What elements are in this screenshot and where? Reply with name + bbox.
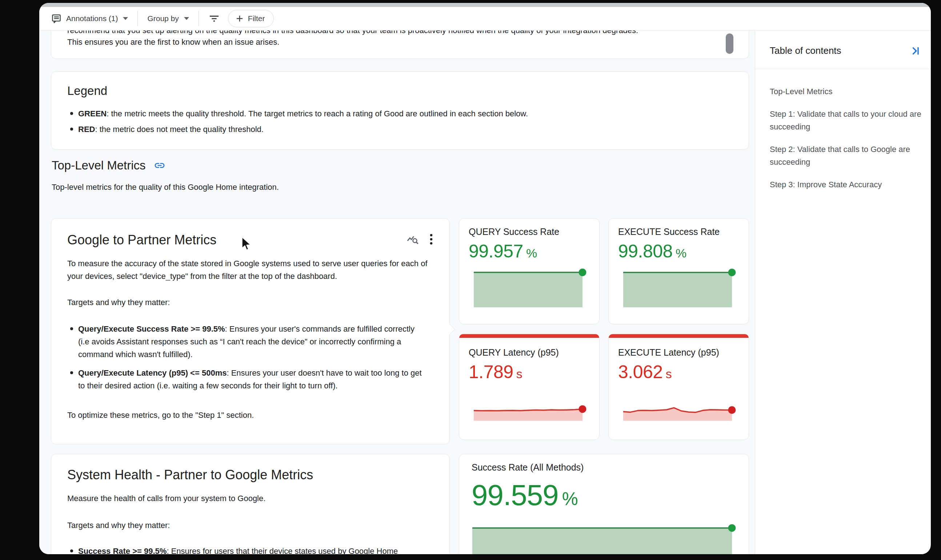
metric-value: 1.789s <box>469 362 590 383</box>
link-icon[interactable] <box>154 160 165 171</box>
target-bullet: Query/Execute Latency (p95) <= 500ms: En… <box>67 366 426 392</box>
legend-bullet-green: GREEN: the metric meets the quality thre… <box>67 107 733 120</box>
window-top-edge <box>39 3 931 7</box>
scrollbar-thumb[interactable] <box>726 34 733 54</box>
dashboard-content: recommend that you set up alerting on th… <box>39 31 755 554</box>
metric-value: 99.808% <box>618 241 739 262</box>
card-paragraph: To measure the accuracy of the state sto… <box>67 257 431 283</box>
chevron-down-icon <box>184 17 189 20</box>
metric-label: EXECUTE Success Rate <box>618 226 739 237</box>
card-pointer <box>444 324 455 335</box>
success-rate-all-methods-card: Success Rate (All Methods) 99.559% <box>459 454 749 554</box>
toc-item-step-1[interactable]: Step 1: Validate that calls to your clou… <box>770 108 922 133</box>
annotations-label: Annotations (1) <box>66 14 118 23</box>
explore-chart-icon[interactable] <box>406 233 419 245</box>
legend-title: Legend <box>67 84 733 98</box>
bullet-dot <box>70 549 73 552</box>
sparkline-chart <box>474 402 583 421</box>
targets-label: Targets and why they matter: <box>67 521 434 530</box>
section-title: Top-Level Metrics <box>52 158 146 172</box>
filter-list-icon[interactable] <box>208 13 220 25</box>
dashboard-window: Annotations (1) Group by Filter <box>39 3 931 554</box>
sparkline-chart <box>623 272 732 307</box>
sparkline-chart <box>474 272 583 307</box>
metric-label: QUERY Latency (p95) <box>469 347 590 358</box>
more-options-icon[interactable] <box>429 233 434 245</box>
bullet-dot <box>70 371 73 374</box>
threshold-alert-bar <box>609 334 749 338</box>
google-to-partner-card: Google to Partner Metrics <box>51 218 450 445</box>
chevron-down-icon <box>123 17 128 20</box>
sparkline-chart <box>472 528 732 554</box>
filter-button-label: Filter <box>248 14 265 23</box>
target-bullet: Query/Execute Success Rate >= 99.5%: Ens… <box>67 323 426 361</box>
query-latency-card: QUERY Latency (p95) 1.789s <box>459 334 600 440</box>
annotations-button[interactable]: Annotations (1) <box>51 13 128 24</box>
toc-title: Table of contents <box>770 45 841 56</box>
section-subtitle: Top-level metrics for the quality of thi… <box>52 183 279 192</box>
intro-text: This ensures you are the first to know w… <box>67 37 733 47</box>
card-paragraph: Measure the health of calls from your sy… <box>67 492 431 505</box>
threshold-alert-bar <box>459 334 599 338</box>
clipped-text-line: recommend that you set up alerting on th… <box>67 31 733 36</box>
collapse-panel-icon[interactable] <box>910 45 921 56</box>
query-success-rate-card: QUERY Success Rate 99.957% <box>459 218 600 325</box>
legend-bullet-red: RED: the metric does not meet the qualit… <box>67 123 733 135</box>
bullet-dot <box>70 327 73 330</box>
execute-latency-card: EXECUTE Latency (p95) 3.062s <box>608 334 749 440</box>
bullet-dot <box>70 112 73 115</box>
table-of-contents-panel: Table of contents Top-Level Metrics Step… <box>755 31 930 554</box>
metric-label: EXECUTE Latency (p95) <box>618 347 739 358</box>
group-by-button[interactable]: Group by <box>147 14 189 23</box>
plus-icon <box>235 14 244 23</box>
toc-item-top-level-metrics[interactable]: Top-Level Metrics <box>770 85 922 98</box>
legend-card: Legend GREEN: the metric meets the quali… <box>51 71 749 150</box>
add-filter-button[interactable]: Filter <box>228 10 274 27</box>
card-title: Google to Partner Metrics <box>67 232 216 248</box>
toolbar-divider <box>137 11 138 26</box>
sparkline-chart <box>623 402 732 421</box>
metric-label: QUERY Success Rate <box>469 226 590 237</box>
metric-label: Success Rate (All Methods) <box>472 462 736 473</box>
target-bullet: Success Rate >= 99.5%: Ensures for users… <box>67 545 411 554</box>
metric-value: 99.559% <box>472 478 736 512</box>
card-title: System Health - Partner to Google Metric… <box>67 466 434 483</box>
toolbar-divider <box>198 11 199 26</box>
intro-text-card: recommend that you set up alerting on th… <box>51 31 749 59</box>
dashboard-toolbar: Annotations (1) Group by Filter <box>39 7 931 31</box>
metric-value: 3.062s <box>618 362 739 383</box>
metric-value: 99.957% <box>469 241 590 262</box>
bullet-dot <box>70 128 73 131</box>
toc-item-step-3[interactable]: Step 3: Improve State Accuracy <box>770 178 922 191</box>
annotation-icon <box>51 13 62 24</box>
execute-success-rate-card: EXECUTE Success Rate 99.808% <box>608 218 749 325</box>
toc-item-step-2[interactable]: Step 2: Validate that calls to Google ar… <box>770 143 922 168</box>
targets-label: Targets and why they matter: <box>67 298 434 307</box>
system-health-card: System Health - Partner to Google Metric… <box>51 454 450 554</box>
group-by-label: Group by <box>147 14 178 23</box>
card-footer: To optimize these metrics, go to the "St… <box>67 409 431 422</box>
